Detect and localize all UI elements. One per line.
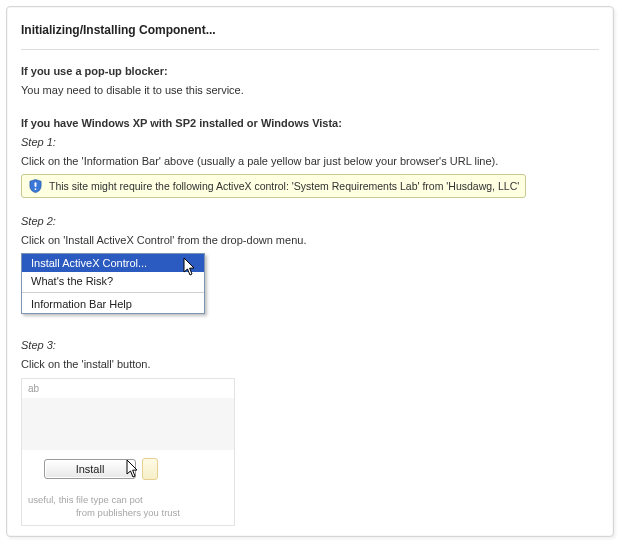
- install-dialog-body: [22, 398, 234, 450]
- popup-blocker-heading: If you use a pop-up blocker:: [21, 64, 599, 80]
- step1-label: Step 1:: [21, 135, 599, 151]
- install-dialog-button-row: Install: [22, 450, 234, 490]
- information-bar-example: This site might require the following Ac…: [21, 174, 526, 198]
- context-menu: Install ActiveX Control... What's the Ri…: [21, 253, 205, 314]
- install-dialog-footer: useful, this file type can pot from publ…: [22, 490, 234, 525]
- menu-divider: [22, 292, 204, 293]
- install-button[interactable]: Install: [44, 459, 136, 479]
- step1-text: Click on the 'Information Bar' above (us…: [21, 154, 599, 170]
- install-dialog-fragment: ab Install useful, this file type can po…: [21, 378, 235, 526]
- secondary-button-fragment: [142, 458, 158, 480]
- divider: [21, 49, 599, 50]
- shield-icon: [28, 178, 43, 194]
- instructions-panel: Initializing/Installing Component... If …: [6, 6, 614, 537]
- install-dialog-top-text: ab: [22, 379, 234, 394]
- svg-rect-0: [35, 182, 37, 187]
- step3-label: Step 3:: [21, 338, 599, 354]
- step2-label: Step 2:: [21, 214, 599, 230]
- menu-item-whats-the-risk[interactable]: What's the Risk?: [22, 272, 204, 290]
- panel-title: Initializing/Installing Component...: [21, 23, 599, 37]
- information-bar-text: This site might require the following Ac…: [49, 180, 519, 192]
- xp-heading: If you have Windows XP with SP2 installe…: [21, 116, 599, 132]
- popup-blocker-text: You may need to disable it to use this s…: [21, 83, 599, 99]
- menu-item-info-bar-help[interactable]: Information Bar Help: [22, 295, 204, 313]
- step2-text: Click on 'Install ActiveX Control' from …: [21, 233, 599, 249]
- menu-item-install-activex[interactable]: Install ActiveX Control...: [22, 254, 204, 272]
- svg-rect-1: [35, 188, 37, 190]
- step3-text: Click on the 'install' button.: [21, 357, 599, 373]
